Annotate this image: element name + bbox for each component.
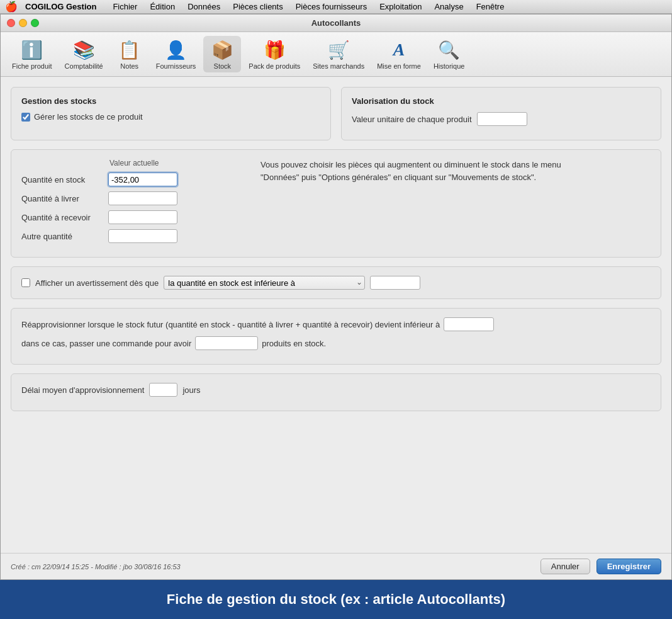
autre-quantite-row: Autre quantité bbox=[21, 229, 235, 243]
caption-text: Fiche de gestion du stock (ex : article … bbox=[167, 591, 505, 607]
menu-analyse[interactable]: Analyse bbox=[428, 0, 469, 14]
quantite-a-recevoir-row: Quantité à recevoir bbox=[21, 210, 235, 224]
delai-row: Délai moyen d'approvisionnement jours bbox=[21, 383, 651, 397]
toolbar-stock[interactable]: 📦 Stock bbox=[203, 36, 241, 72]
gestion-des-stocks-panel: Gestion des stocks Gérer les stocks de c… bbox=[11, 87, 331, 140]
stock-info-text: Vous pouvez choisir les pièces qui augme… bbox=[260, 159, 600, 183]
toolbar-stock-label: Stock bbox=[214, 62, 232, 70]
delai-unit: jours bbox=[182, 385, 200, 395]
valorisation-du-stock-title: Valorisation du stock bbox=[352, 96, 651, 106]
menu-pieces-fournisseurs[interactable]: Pièces fournisseurs bbox=[289, 0, 373, 14]
avertissement-checkbox[interactable] bbox=[21, 278, 30, 287]
menubar: 🍎 COGILOG Gestion Fichier Édition Donnée… bbox=[0, 0, 672, 14]
toolbar-mise-en-forme-label: Mise en forme bbox=[377, 62, 421, 70]
reapprovisionnement-panel: Réapprovisionner lorsque le stock futur … bbox=[11, 308, 661, 365]
cancel-button[interactable]: Annuler bbox=[540, 559, 590, 574]
menu-donnees[interactable]: Données bbox=[181, 0, 227, 14]
toolbar-fournisseurs-label: Fournisseurs bbox=[156, 62, 196, 70]
comptabilite-icon: 📚 bbox=[72, 38, 95, 61]
stock-left: Valeur actuelle Quantité en stock Quanti… bbox=[21, 159, 235, 248]
reappro-value2-input[interactable] bbox=[195, 336, 258, 350]
close-button[interactable] bbox=[7, 19, 15, 27]
menu-edition[interactable]: Édition bbox=[143, 0, 181, 14]
stock-right: Vous pouvez choisir les pièces qui augme… bbox=[260, 159, 651, 248]
toolbar-fournisseurs[interactable]: 👤 Fournisseurs bbox=[151, 36, 201, 72]
autre-quantite-label: Autre quantité bbox=[21, 232, 103, 241]
toolbar-fiche-produit[interactable]: ℹ️ Fiche produit bbox=[7, 36, 57, 72]
maximize-button[interactable] bbox=[31, 19, 39, 27]
valeur-unitaire-input[interactable] bbox=[477, 112, 527, 126]
menu-exploitation[interactable]: Exploitation bbox=[373, 0, 428, 14]
quantite-a-livrer-input[interactable] bbox=[108, 191, 177, 205]
valeur-unitaire-row: Valeur unitaire de chaque produit bbox=[352, 112, 651, 126]
delai-label: Délai moyen d'approvisionnement bbox=[21, 385, 144, 395]
toolbar-historique[interactable]: 🔍 Historique bbox=[428, 36, 470, 72]
reappro-value1-input[interactable] bbox=[444, 317, 494, 331]
toolbar-pack-de-produits-label: Pack de produits bbox=[249, 62, 300, 70]
toolbar-notes[interactable]: 📋 Notes bbox=[111, 36, 148, 72]
gestion-checkbox-row: Gérer les stocks de ce produit bbox=[21, 112, 320, 122]
toolbar-fiche-produit-label: Fiche produit bbox=[12, 62, 52, 70]
window-title: Autocollants bbox=[311, 18, 361, 28]
stock-details-panel: Valeur actuelle Quantité en stock Quanti… bbox=[11, 149, 661, 258]
footer-buttons: Annuler Enregistrer bbox=[540, 559, 661, 574]
main-window: Autocollants ℹ️ Fiche produit 📚 Comptabi… bbox=[0, 14, 672, 580]
historique-icon: 🔍 bbox=[438, 38, 461, 61]
reappro-text1: Réapprovisionner lorsque le stock futur … bbox=[21, 320, 440, 329]
reappro-row1: Réapprovisionner lorsque le stock futur … bbox=[21, 317, 651, 331]
app-name[interactable]: COGILOG Gestion bbox=[25, 2, 96, 11]
titlebar: Autocollants bbox=[1, 14, 671, 32]
stock-icon: 📦 bbox=[211, 38, 233, 61]
avertissement-value-input[interactable] bbox=[370, 276, 420, 290]
fournisseurs-icon: 👤 bbox=[165, 38, 188, 61]
footer-bar: Créé : cm 22/09/14 15:25 - Modifié : jbo… bbox=[1, 553, 671, 579]
fiche-produit-icon: ℹ️ bbox=[21, 38, 43, 61]
quantite-en-stock-row: Quantité en stock bbox=[21, 173, 235, 186]
avertissement-panel: Afficher un avertissement dès que la qua… bbox=[11, 266, 661, 299]
toolbar-sites-marchands-label: Sites marchands bbox=[313, 62, 364, 70]
toolbar-historique-label: Historique bbox=[434, 62, 465, 70]
mise-en-forme-icon: A bbox=[388, 38, 410, 61]
pack-de-produits-icon: 🎁 bbox=[263, 38, 286, 61]
quantite-en-stock-input[interactable] bbox=[108, 173, 177, 186]
notes-icon: 📋 bbox=[118, 38, 141, 61]
gerer-stocks-checkbox[interactable] bbox=[21, 113, 30, 122]
stock-inner: Valeur actuelle Quantité en stock Quanti… bbox=[21, 159, 651, 248]
avertissement-select[interactable]: la quantité en stock est inférieure à la… bbox=[164, 276, 365, 290]
toolbar-mise-en-forme[interactable]: A Mise en forme bbox=[372, 36, 426, 72]
valeur-unitaire-label: Valeur unitaire de chaque produit bbox=[352, 115, 472, 124]
bottom-caption: Fiche de gestion du stock (ex : article … bbox=[0, 580, 672, 619]
gestion-des-stocks-title: Gestion des stocks bbox=[21, 96, 320, 106]
toolbar-sites-marchands[interactable]: 🛒 Sites marchands bbox=[308, 36, 369, 72]
quantite-a-livrer-label: Quantité à livrer bbox=[21, 194, 103, 203]
footer-meta: Créé : cm 22/09/14 15:25 - Modifié : jbo… bbox=[11, 563, 181, 571]
toolbar-notes-label: Notes bbox=[120, 62, 138, 70]
top-row: Gestion des stocks Gérer les stocks de c… bbox=[11, 87, 661, 140]
reappro-text2: dans ce cas, passer une commande pour av… bbox=[21, 339, 191, 348]
menu-fichier[interactable]: Fichier bbox=[106, 0, 143, 14]
valorisation-du-stock-panel: Valorisation du stock Valeur unitaire de… bbox=[341, 87, 661, 140]
main-content: Gestion des stocks Gérer les stocks de c… bbox=[1, 77, 671, 553]
sites-marchands-icon: 🛒 bbox=[327, 38, 350, 61]
gerer-stocks-label: Gérer les stocks de ce produit bbox=[34, 112, 143, 122]
delai-panel: Délai moyen d'approvisionnement jours bbox=[11, 373, 661, 411]
reappro-text3: produits en stock. bbox=[262, 339, 326, 348]
autre-quantite-input[interactable] bbox=[108, 229, 177, 243]
avertissement-select-wrapper: la quantité en stock est inférieure à la… bbox=[164, 276, 365, 290]
delai-value-input[interactable] bbox=[149, 383, 177, 397]
quantite-a-livrer-row: Quantité à livrer bbox=[21, 191, 235, 205]
toolbar-comptabilite-label: Comptabilité bbox=[65, 62, 103, 70]
save-button[interactable]: Enregistrer bbox=[596, 559, 661, 574]
reappro-row2: dans ce cas, passer une commande pour av… bbox=[21, 336, 651, 350]
avertissement-row: Afficher un avertissement dès que la qua… bbox=[21, 276, 651, 290]
menu-fenetre[interactable]: Fenêtre bbox=[470, 0, 511, 14]
menu-pieces-clients[interactable]: Pièces clients bbox=[227, 0, 289, 14]
toolbar-comptabilite[interactable]: 📚 Comptabilité bbox=[60, 36, 108, 72]
apple-menu-icon[interactable]: 🍎 bbox=[5, 1, 18, 13]
valeur-actuelle-header: Valeur actuelle bbox=[21, 159, 235, 168]
toolbar: ℹ️ Fiche produit 📚 Comptabilité 📋 Notes … bbox=[1, 32, 671, 77]
quantite-a-recevoir-input[interactable] bbox=[108, 210, 177, 224]
window-controls bbox=[7, 19, 39, 27]
toolbar-pack-de-produits[interactable]: 🎁 Pack de produits bbox=[244, 36, 305, 72]
minimize-button[interactable] bbox=[19, 19, 27, 27]
